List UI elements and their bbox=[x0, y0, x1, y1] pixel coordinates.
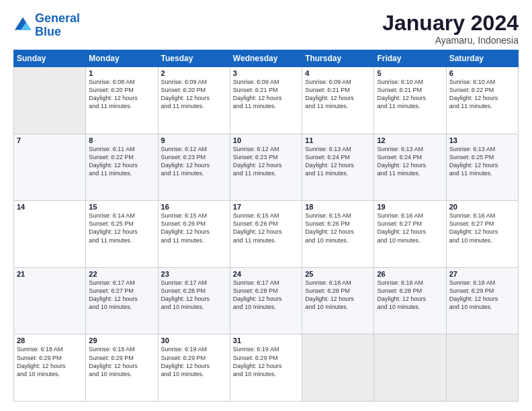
calendar-cell bbox=[374, 334, 446, 402]
day-info: Sunrise: 6:10 AM Sunset: 6:22 PM Dayligh… bbox=[449, 78, 515, 111]
day-info: Sunrise: 6:17 AM Sunset: 6:28 PM Dayligh… bbox=[161, 279, 227, 312]
day-number: 31 bbox=[233, 336, 299, 345]
title-block: January 2024 Ayamaru, Indonesia bbox=[382, 12, 519, 46]
day-number: 4 bbox=[305, 69, 371, 77]
day-info: Sunrise: 6:09 AM Sunset: 6:20 PM Dayligh… bbox=[161, 78, 227, 111]
day-info: Sunrise: 6:15 AM Sunset: 6:26 PM Dayligh… bbox=[233, 212, 299, 244]
day-number: 16 bbox=[161, 203, 227, 211]
day-info: Sunrise: 6:16 AM Sunset: 6:27 PM Dayligh… bbox=[377, 212, 443, 244]
day-number: 7 bbox=[17, 136, 83, 144]
header: General Blue January 2024 Ayamaru, Indon… bbox=[13, 12, 519, 46]
calendar-cell: 24Sunrise: 6:17 AM Sunset: 6:28 PM Dayli… bbox=[230, 267, 302, 334]
day-info: Sunrise: 6:15 AM Sunset: 6:26 PM Dayligh… bbox=[161, 212, 227, 244]
day-number: 29 bbox=[89, 336, 154, 345]
day-number: 6 bbox=[449, 69, 515, 77]
day-number: 11 bbox=[305, 136, 371, 144]
page: General Blue January 2024 Ayamaru, Indon… bbox=[0, 0, 532, 411]
day-info: Sunrise: 6:13 AM Sunset: 6:24 PM Dayligh… bbox=[377, 145, 443, 178]
day-of-week-header: Sunday bbox=[14, 50, 86, 67]
day-number: 27 bbox=[449, 270, 515, 278]
day-number: 8 bbox=[89, 136, 154, 144]
calendar-header-row: SundayMondayTuesdayWednesdayThursdayFrid… bbox=[14, 50, 519, 67]
day-info: Sunrise: 6:13 AM Sunset: 6:24 PM Dayligh… bbox=[305, 145, 371, 178]
calendar-cell: 28Sunrise: 6:18 AM Sunset: 6:29 PM Dayli… bbox=[14, 334, 86, 402]
day-number: 14 bbox=[17, 203, 83, 211]
day-number: 15 bbox=[89, 203, 154, 211]
calendar-cell: 2Sunrise: 6:09 AM Sunset: 6:20 PM Daylig… bbox=[158, 67, 230, 134]
day-info: Sunrise: 6:18 AM Sunset: 6:29 PM Dayligh… bbox=[449, 279, 515, 312]
day-number: 20 bbox=[449, 203, 515, 211]
calendar-cell: 19Sunrise: 6:16 AM Sunset: 6:27 PM Dayli… bbox=[374, 201, 446, 268]
day-info: Sunrise: 6:09 AM Sunset: 6:21 PM Dayligh… bbox=[305, 78, 371, 111]
calendar-cell: 8Sunrise: 6:11 AM Sunset: 6:22 PM Daylig… bbox=[86, 134, 158, 201]
calendar-cell bbox=[302, 334, 374, 402]
calendar-cell: 17Sunrise: 6:15 AM Sunset: 6:26 PM Dayli… bbox=[230, 201, 302, 268]
logo-text: General Blue bbox=[35, 12, 80, 39]
calendar: SundayMondayTuesdayWednesdayThursdayFrid… bbox=[13, 50, 519, 402]
day-number: 13 bbox=[449, 136, 515, 144]
day-info: Sunrise: 6:14 AM Sunset: 6:25 PM Dayligh… bbox=[89, 212, 154, 244]
calendar-cell: 13Sunrise: 6:13 AM Sunset: 6:25 PM Dayli… bbox=[446, 134, 518, 201]
calendar-cell: 29Sunrise: 6:18 AM Sunset: 6:29 PM Dayli… bbox=[86, 334, 158, 402]
calendar-cell bbox=[14, 67, 86, 134]
calendar-week-row: 78Sunrise: 6:11 AM Sunset: 6:22 PM Dayli… bbox=[14, 134, 519, 201]
day-info: Sunrise: 6:11 AM Sunset: 6:22 PM Dayligh… bbox=[89, 145, 154, 178]
calendar-cell: 27Sunrise: 6:18 AM Sunset: 6:29 PM Dayli… bbox=[446, 267, 518, 334]
day-of-week-header: Wednesday bbox=[230, 50, 302, 67]
calendar-cell: 14 bbox=[14, 201, 86, 268]
day-number: 2 bbox=[161, 69, 227, 77]
calendar-cell: 1Sunrise: 6:08 AM Sunset: 6:20 PM Daylig… bbox=[86, 67, 158, 134]
day-number: 24 bbox=[233, 270, 299, 278]
calendar-cell: 4Sunrise: 6:09 AM Sunset: 6:21 PM Daylig… bbox=[302, 67, 374, 134]
day-info: Sunrise: 6:18 AM Sunset: 6:29 PM Dayligh… bbox=[17, 345, 83, 378]
day-number: 30 bbox=[161, 336, 227, 345]
logo-line2: Blue bbox=[35, 25, 61, 38]
day-info: Sunrise: 6:10 AM Sunset: 6:21 PM Dayligh… bbox=[377, 78, 443, 111]
calendar-week-row: 2122Sunrise: 6:17 AM Sunset: 6:27 PM Day… bbox=[14, 267, 519, 334]
calendar-cell: 6Sunrise: 6:10 AM Sunset: 6:22 PM Daylig… bbox=[446, 67, 518, 134]
calendar-cell: 22Sunrise: 6:17 AM Sunset: 6:27 PM Dayli… bbox=[86, 267, 158, 334]
day-info: Sunrise: 6:12 AM Sunset: 6:23 PM Dayligh… bbox=[233, 145, 299, 178]
calendar-cell: 21 bbox=[14, 267, 86, 334]
day-number: 18 bbox=[305, 203, 371, 211]
day-number: 26 bbox=[377, 270, 443, 278]
day-info: Sunrise: 6:18 AM Sunset: 6:28 PM Dayligh… bbox=[377, 279, 443, 312]
month-title: January 2024 bbox=[382, 12, 519, 34]
day-info: Sunrise: 6:16 AM Sunset: 6:27 PM Dayligh… bbox=[449, 212, 515, 244]
day-info: Sunrise: 6:12 AM Sunset: 6:23 PM Dayligh… bbox=[161, 145, 227, 178]
day-info: Sunrise: 6:17 AM Sunset: 6:27 PM Dayligh… bbox=[89, 279, 154, 312]
day-number: 21 bbox=[17, 270, 83, 278]
calendar-cell: 16Sunrise: 6:15 AM Sunset: 6:26 PM Dayli… bbox=[158, 201, 230, 268]
calendar-cell: 30Sunrise: 6:19 AM Sunset: 6:29 PM Dayli… bbox=[158, 334, 230, 402]
calendar-week-row: 1415Sunrise: 6:14 AM Sunset: 6:25 PM Day… bbox=[14, 201, 519, 268]
day-of-week-header: Monday bbox=[86, 50, 158, 67]
day-info: Sunrise: 6:09 AM Sunset: 6:21 PM Dayligh… bbox=[233, 78, 299, 111]
calendar-cell: 7 bbox=[14, 134, 86, 201]
day-number: 22 bbox=[89, 270, 154, 278]
day-number: 17 bbox=[233, 203, 299, 211]
calendar-week-row: 28Sunrise: 6:18 AM Sunset: 6:29 PM Dayli… bbox=[14, 334, 519, 402]
location: Ayamaru, Indonesia bbox=[382, 35, 519, 46]
day-number: 19 bbox=[377, 203, 443, 211]
calendar-cell: 25Sunrise: 6:18 AM Sunset: 6:28 PM Dayli… bbox=[302, 267, 374, 334]
calendar-cell: 12Sunrise: 6:13 AM Sunset: 6:24 PM Dayli… bbox=[374, 134, 446, 201]
day-number: 25 bbox=[305, 270, 371, 278]
day-number: 9 bbox=[161, 136, 227, 144]
day-info: Sunrise: 6:08 AM Sunset: 6:20 PM Dayligh… bbox=[89, 78, 154, 111]
calendar-cell: 9Sunrise: 6:12 AM Sunset: 6:23 PM Daylig… bbox=[158, 134, 230, 201]
calendar-cell bbox=[446, 334, 518, 402]
day-info: Sunrise: 6:13 AM Sunset: 6:25 PM Dayligh… bbox=[449, 145, 515, 178]
day-of-week-header: Thursday bbox=[302, 50, 374, 67]
day-info: Sunrise: 6:19 AM Sunset: 6:29 PM Dayligh… bbox=[161, 345, 227, 378]
day-number: 23 bbox=[161, 270, 227, 278]
day-number: 5 bbox=[377, 69, 443, 77]
day-number: 1 bbox=[89, 69, 154, 77]
calendar-cell: 10Sunrise: 6:12 AM Sunset: 6:23 PM Dayli… bbox=[230, 134, 302, 201]
calendar-cell: 31Sunrise: 6:19 AM Sunset: 6:29 PM Dayli… bbox=[230, 334, 302, 402]
day-number: 12 bbox=[377, 136, 443, 144]
day-number: 3 bbox=[233, 69, 299, 77]
day-info: Sunrise: 6:18 AM Sunset: 6:28 PM Dayligh… bbox=[305, 279, 371, 312]
logo-line1: General bbox=[35, 11, 80, 25]
calendar-cell: 15Sunrise: 6:14 AM Sunset: 6:25 PM Dayli… bbox=[86, 201, 158, 268]
calendar-cell: 20Sunrise: 6:16 AM Sunset: 6:27 PM Dayli… bbox=[446, 201, 518, 268]
